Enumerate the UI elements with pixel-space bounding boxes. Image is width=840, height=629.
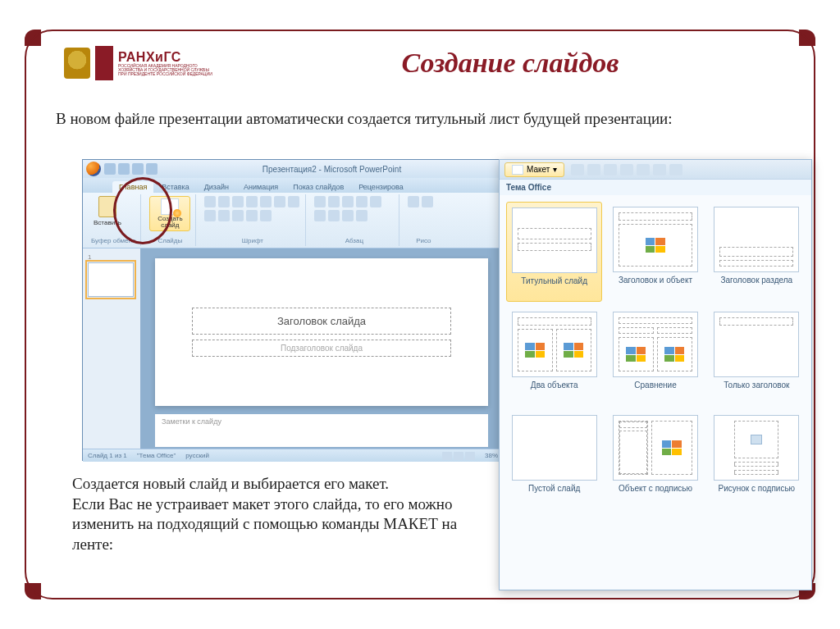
view-buttons[interactable]: [442, 452, 475, 460]
office-button-icon[interactable]: [86, 162, 101, 176]
logo-emblem-icon: [64, 48, 90, 79]
tab-animation[interactable]: Анимация: [237, 181, 285, 193]
new-slide-icon: [161, 198, 179, 215]
paste-icon: [98, 196, 116, 217]
layout-grid: Титульный слайд Заголовок и объект Загол…: [500, 195, 811, 515]
logo: РАНХиГС РОССИЙСКАЯ АКАДЕМИЯ НАРОДНОГО ХО…: [64, 46, 217, 80]
ribbon-group-clipboard: Вставить Буфер обмена: [86, 194, 141, 246]
logo-text: РАНХиГС: [118, 51, 217, 64]
layout-item-title-slide[interactable]: Титульный слайд: [506, 202, 602, 302]
paste-button[interactable]: Вставить: [91, 196, 124, 226]
title-placeholder[interactable]: Заголовок слайда: [192, 308, 452, 335]
ribbon: Вставить Буфер обмена Создать слайд Слай…: [83, 193, 503, 248]
status-slide: Слайд 1 из 1: [88, 452, 127, 459]
logo-subtext: РОССИЙСКАЯ АКАДЕМИЯ НАРОДНОГО ХОЗЯЙСТВА …: [118, 64, 217, 76]
powerpoint-window: Презентация2 - Microsoft PowerPoint Глав…: [82, 159, 504, 461]
layout-item-blank[interactable]: Пустой слайд: [506, 410, 602, 508]
layout-item-section-header[interactable]: Заголовок раздела: [709, 202, 805, 302]
slide-canvas[interactable]: Заголовок слайда Подзаголовок слайда: [155, 258, 488, 406]
layout-item-content-caption[interactable]: Объект с подписью: [607, 410, 703, 508]
slide-thumbnails-panel[interactable]: 1: [83, 248, 140, 449]
ribbon-group-slides: Создать слайд Слайды: [144, 194, 196, 246]
workspace: 1 Заголовок слайда Подзаголовок слайда З…: [83, 248, 503, 449]
chevron-down-icon: ▾: [553, 165, 557, 174]
layout-button[interactable]: Макет ▾: [504, 162, 564, 177]
page-title: Создание слайдов: [230, 48, 791, 79]
status-theme: "Тема Office": [137, 452, 176, 459]
ribbon-group-drawing: Рисо: [403, 194, 444, 246]
theme-label: Тема Office: [500, 180, 811, 195]
window-title: Презентация2 - Microsoft PowerPoint: [164, 165, 500, 174]
layout-item-title-only[interactable]: Только заголовок: [709, 307, 805, 405]
ribbon-group-paragraph: Абзац: [309, 194, 399, 246]
status-lang: русский: [185, 452, 209, 459]
outro-text: Создается новый слайд и выбирается его м…: [72, 474, 486, 555]
titlebar: Презентация2 - Microsoft PowerPoint: [83, 160, 503, 178]
layout-gallery-popup: Макет ▾ Тема Office Титульный слайд Заго…: [499, 159, 812, 590]
tab-review[interactable]: Рецензирова: [352, 181, 410, 193]
layout-item-two-content[interactable]: Два объекта: [506, 307, 602, 405]
quick-access-toolbar[interactable]: [104, 163, 158, 175]
thumb-number: 1: [88, 253, 135, 261]
tab-insert[interactable]: Вставка: [155, 181, 195, 193]
logo-bar: [95, 46, 113, 80]
layout-item-comparison[interactable]: Сравнение: [607, 307, 703, 405]
status-zoom: 38%: [485, 452, 498, 459]
notes-pane[interactable]: Заметки к слайду: [155, 414, 488, 447]
slide-edit-area: Заголовок слайда Подзаголовок слайда Зам…: [140, 248, 503, 449]
tab-slideshow[interactable]: Показ слайдов: [286, 181, 350, 193]
tab-home[interactable]: Главная: [112, 181, 153, 193]
tab-design[interactable]: Дизайн: [198, 181, 235, 193]
layout-item-title-content[interactable]: Заголовок и объект: [607, 202, 703, 302]
layout-icon: [512, 165, 523, 175]
intro-text: В новом файле презентации автоматически …: [56, 108, 784, 130]
layout-item-picture-caption[interactable]: Рисунок с подписью: [709, 410, 805, 508]
ribbon-tabs: Главная Вставка Дизайн Анимация Показ сл…: [83, 178, 503, 193]
slide-thumbnail[interactable]: [88, 262, 134, 297]
ribbon-group-font: Шрифт: [199, 194, 306, 246]
new-slide-button[interactable]: Создать слайд: [149, 196, 190, 231]
status-bar: Слайд 1 из 1 "Тема Office" русский 38%: [83, 449, 503, 462]
popup-toolbar: Макет ▾: [500, 160, 811, 180]
subtitle-placeholder[interactable]: Подзаголовок слайда: [192, 340, 452, 357]
